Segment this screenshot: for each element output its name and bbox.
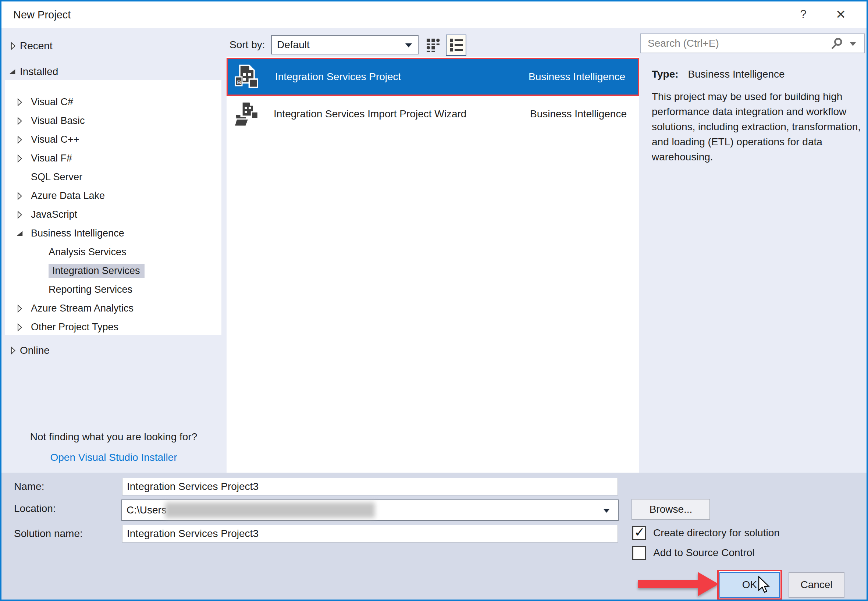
tree-item-javascript[interactable]: JavaScript bbox=[5, 206, 221, 224]
chevron-collapsed-icon bbox=[15, 117, 24, 125]
template-item-integration-services-import-project-wizard[interactable]: Integration Services Import Project Wiza… bbox=[227, 96, 639, 131]
tree-item-label: Other Project Types bbox=[31, 322, 118, 333]
checkmark-icon: ✓ bbox=[634, 525, 645, 540]
open-vs-installer-link[interactable]: Open Visual Studio Installer bbox=[2, 452, 226, 464]
sort-by-value: Default bbox=[277, 36, 310, 54]
sort-by-dropdown[interactable]: Default bbox=[271, 35, 418, 55]
name-input[interactable]: Integration Services Project3 bbox=[122, 478, 618, 496]
ok-button-annotation-ring: OK bbox=[717, 570, 782, 600]
tree-item-recent[interactable]: Recent bbox=[2, 37, 222, 55]
location-value: C:\Users bbox=[127, 500, 166, 520]
add-source-control-label: Add to Source Control bbox=[653, 546, 755, 560]
tree-item-integration-services[interactable]: Integration Services bbox=[5, 262, 221, 280]
sort-by-label: Sort by: bbox=[229, 35, 265, 55]
tree-item-label: Visual F# bbox=[31, 153, 72, 164]
tree-item-online[interactable]: Online bbox=[2, 341, 222, 360]
chevron-down-icon bbox=[603, 509, 610, 513]
search-placeholder: Search (Ctrl+E) bbox=[648, 34, 719, 53]
small-icons-view-button[interactable] bbox=[424, 36, 443, 55]
project-template-icon: B bbox=[233, 64, 260, 90]
chevron-expanded-icon bbox=[15, 229, 24, 238]
tree-item-azure-data-lake[interactable]: Azure Data Lake bbox=[5, 187, 221, 205]
tree-item-label: Reporting Services bbox=[49, 284, 133, 295]
cancel-button[interactable]: Cancel bbox=[789, 572, 844, 598]
search-options-caret-icon[interactable] bbox=[850, 42, 856, 46]
chevron-collapsed-icon bbox=[15, 323, 24, 331]
dialog-title: New Project bbox=[13, 2, 71, 28]
not-finding-text: Not finding what you are looking for? bbox=[2, 431, 226, 443]
template-name: Integration Services Project bbox=[275, 59, 401, 95]
tree-item-label: Integration Services bbox=[49, 264, 145, 278]
tree-item-business-intelligence[interactable]: Business Intelligence bbox=[5, 224, 221, 243]
tree-item-sql-server[interactable]: SQL Server bbox=[5, 168, 221, 186]
grid-view-icon bbox=[427, 47, 441, 53]
chevron-collapsed-icon bbox=[15, 192, 24, 200]
tree-item-analysis-services[interactable]: Analysis Services bbox=[5, 243, 221, 261]
chevron-collapsed-icon bbox=[15, 136, 24, 144]
search-input[interactable]: Search (Ctrl+E) bbox=[640, 34, 865, 53]
list-view-icon bbox=[450, 47, 463, 53]
add-source-control-checkbox[interactable]: ✓ bbox=[632, 546, 646, 560]
tree-item-label: Installed bbox=[20, 63, 58, 81]
chevron-collapsed-icon bbox=[15, 305, 24, 313]
location-label: Location: bbox=[14, 500, 56, 517]
location-redacted-blur bbox=[165, 502, 375, 518]
tree-item-visual-c-[interactable]: Visual C# bbox=[5, 93, 221, 111]
list-view-button[interactable] bbox=[446, 35, 466, 56]
template-category: Business Intelligence bbox=[529, 59, 625, 95]
name-label: Name: bbox=[14, 478, 44, 496]
chevron-collapsed-icon bbox=[15, 154, 24, 163]
tree-item-label: JavaScript bbox=[31, 209, 77, 220]
browse-button[interactable]: Browse... bbox=[632, 499, 710, 520]
installed-tree-panel: Visual C#Visual BasicVisual C++Visual F#… bbox=[5, 80, 221, 335]
solution-name-input[interactable]: Integration Services Project3 bbox=[122, 525, 618, 543]
template-description: This project may be used for building hi… bbox=[652, 89, 864, 165]
template-name: Integration Services Import Project Wiza… bbox=[274, 96, 466, 131]
template-item-integration-services-project[interactable]: BIntegration Services ProjectBusiness In… bbox=[227, 58, 639, 96]
tree-item-other-project-types[interactable]: Other Project Types bbox=[5, 318, 221, 336]
tree-item-label: Visual Basic bbox=[31, 115, 85, 126]
tree-item-visual-c-[interactable]: Visual C++ bbox=[5, 131, 221, 149]
chevron-expanded-icon bbox=[8, 68, 16, 76]
tree-item-label: Azure Data Lake bbox=[31, 190, 105, 201]
close-button[interactable]: ✕ bbox=[826, 2, 856, 28]
tree-item-label: Analysis Services bbox=[49, 246, 127, 258]
wizard-template-icon bbox=[233, 101, 260, 127]
template-list: BIntegration Services ProjectBusiness In… bbox=[227, 56, 639, 473]
title-bar: New Project ? ✕ bbox=[2, 2, 866, 28]
chevron-down-icon bbox=[405, 43, 412, 47]
tree-item-label: Online bbox=[20, 341, 50, 360]
chevron-collapsed-icon bbox=[15, 98, 24, 106]
annotation-arrow-icon bbox=[638, 571, 719, 598]
svg-text:B: B bbox=[237, 79, 241, 85]
tree-item-visual-f-[interactable]: Visual F# bbox=[5, 149, 221, 167]
chevron-collapsed-icon bbox=[9, 42, 17, 50]
create-directory-checkbox[interactable]: ✓ bbox=[632, 526, 646, 540]
category-tree: Recent Installed Visual C#Visual BasicVi… bbox=[2, 28, 226, 473]
tree-item-label: Recent bbox=[20, 37, 53, 55]
tree-item-label: SQL Server bbox=[31, 171, 82, 182]
tree-item-visual-basic[interactable]: Visual Basic bbox=[5, 112, 221, 130]
chevron-collapsed-icon bbox=[9, 346, 17, 355]
chevron-collapsed-icon bbox=[15, 211, 24, 219]
create-directory-label: Create directory for solution bbox=[653, 526, 780, 540]
project-form-panel: Name: Integration Services Project3 Loca… bbox=[2, 473, 866, 599]
template-type-row: Type:Business Intelligence bbox=[652, 69, 785, 80]
search-icon[interactable] bbox=[831, 37, 844, 51]
tree-item-label: Visual C++ bbox=[31, 134, 79, 145]
type-value: Business Intelligence bbox=[688, 69, 785, 80]
location-combobox[interactable]: C:\Users bbox=[121, 499, 619, 521]
template-category: Business Intelligence bbox=[530, 96, 627, 131]
solution-name-label: Solution name: bbox=[14, 525, 83, 543]
type-label: Type: bbox=[652, 69, 679, 80]
tree-item-installed[interactable]: Installed bbox=[2, 63, 222, 81]
tree-item-label: Azure Stream Analytics bbox=[31, 303, 134, 314]
tree-item-label: Visual C# bbox=[31, 96, 73, 107]
new-project-dialog: New Project ? ✕ Recent Installed Visual … bbox=[0, 0, 868, 601]
help-button[interactable]: ? bbox=[789, 2, 818, 28]
tree-item-reporting-services[interactable]: Reporting Services bbox=[5, 281, 221, 299]
tree-item-label: Business Intelligence bbox=[31, 228, 124, 239]
tree-item-azure-stream-analytics[interactable]: Azure Stream Analytics bbox=[5, 299, 221, 317]
mouse-cursor-icon bbox=[756, 576, 771, 595]
